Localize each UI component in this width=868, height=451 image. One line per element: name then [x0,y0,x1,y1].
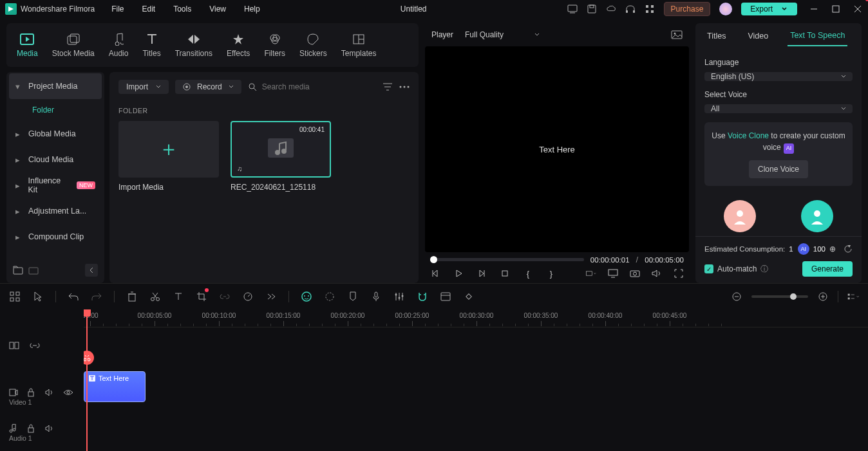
link-icon[interactable] [219,291,231,302]
apps-icon[interactable] [645,4,655,14]
voice-jenny[interactable]: Jenny [704,200,775,237]
import-media-tile[interactable]: ＋ Import Media [118,121,219,192]
sidebar-compound-clip[interactable]: ▸Compound Clip [9,224,102,250]
device-icon[interactable] [567,4,578,14]
quality-dropdown[interactable]: Full Quality [465,30,540,39]
menu-tools[interactable]: Tools [173,5,191,14]
search-icon[interactable] [248,82,257,91]
eye-icon[interactable] [63,389,72,396]
playhead[interactable] [86,309,88,451]
tab-transitions[interactable]: Transitions [175,32,212,58]
tab-filters[interactable]: Filters [264,32,285,58]
sidebar-folder[interactable]: Folder [6,99,104,121]
timeline-ruler[interactable]: 00:0000:00:05:0000:00:10:0000:00:15:0000… [84,309,868,327]
menu-file[interactable]: File [111,5,124,14]
export-button[interactable]: Export [741,3,797,15]
new-bin-icon[interactable] [28,266,37,275]
menu-edit[interactable]: Edit [142,5,156,14]
menu-view[interactable]: View [209,5,226,14]
tab-right-video[interactable]: Video [745,26,771,46]
media-clip[interactable]: 00:00:41 ♫ REC_20240621_125118 [231,121,331,192]
fullscreen-button[interactable] [674,268,684,279]
audio-track-lane[interactable] [84,405,868,441]
lock-icon[interactable] [27,388,36,397]
mute-icon[interactable] [45,389,54,396]
undo-button[interactable] [68,291,79,302]
link-tracks-icon[interactable] [30,342,39,349]
import-button[interactable]: Import [118,80,169,94]
audio-track-header[interactable]: Audio 1 [0,415,84,451]
purchase-button[interactable]: Purchase [664,2,711,16]
voice-clone-link[interactable]: Voice Clone [728,131,769,140]
prev-frame-button[interactable] [430,268,440,279]
tab-right-titles[interactable]: Titles [704,26,728,46]
view-mode-icon[interactable] [847,291,859,302]
camera-button[interactable] [630,268,640,279]
player-viewport[interactable]: Text Here [425,46,689,252]
tab-media[interactable]: Media [17,32,38,58]
text-icon[interactable] [173,291,184,302]
clone-voice-button[interactable]: Clone Voice [749,160,808,178]
snapshot-icon[interactable] [671,30,683,39]
split-button[interactable] [149,291,161,302]
record-button[interactable]: Record [175,80,241,94]
keyframe-icon[interactable] [463,291,475,302]
delete-button[interactable] [126,291,138,302]
voice-filter-dropdown[interactable]: All [704,104,853,113]
refresh-icon[interactable] [844,244,853,253]
display-button[interactable] [608,268,618,279]
sidebar-adjustment-layer[interactable]: ▸Adjustment La... [9,198,102,224]
tab-audio[interactable]: Audio [109,32,129,58]
tab-templates[interactable]: Templates [341,32,377,58]
headphones-icon[interactable] [625,4,636,14]
more-icon[interactable] [399,86,410,88]
sidebar-cloud-media[interactable]: ▸Cloud Media [9,147,102,172]
tracks-area[interactable]: 00:0000:00:05:0000:00:10:0000:00:15:0000… [84,309,868,451]
filter-icon[interactable] [382,82,393,91]
mic-icon[interactable] [370,291,382,302]
stop-button[interactable] [500,268,510,279]
tab-titles[interactable]: Titles [142,32,160,58]
speed-icon[interactable] [242,291,254,302]
mark-out-button[interactable]: } [546,268,556,279]
mixer-icon[interactable] [393,291,405,302]
volume-button[interactable] [652,268,662,279]
timeline-clip[interactable]: Text Here [84,371,146,402]
menu-help[interactable]: Help [244,5,260,14]
scrub-knob[interactable] [430,256,437,263]
collapse-sidebar-button[interactable] [85,264,98,277]
tab-effects[interactable]: Effects [227,32,250,58]
video-track-lane[interactable]: Text Here [84,369,868,405]
grid-icon[interactable] [9,291,21,302]
tab-stock-media[interactable]: Stock Media [52,32,95,58]
zoom-knob[interactable] [790,293,797,300]
match-cut-icon[interactable] [9,341,18,350]
more-tools-icon[interactable] [265,291,277,302]
ratio-button[interactable] [586,268,596,279]
color-icon[interactable] [324,291,335,302]
lock-icon[interactable] [27,424,36,433]
sidebar-project-media[interactable]: ▾Project Media [9,73,102,99]
auto-match-checkbox[interactable]: ✓Auto-matchⓘ [704,264,768,275]
close-button[interactable] [853,4,863,14]
search-input[interactable] [262,82,376,91]
language-dropdown[interactable]: English (US) [704,72,853,81]
save-icon[interactable] [587,4,597,14]
scrub-bar[interactable] [430,258,584,261]
zoom-out-button[interactable] [731,291,742,302]
zoom-in-button[interactable] [817,291,829,302]
mark-in-button[interactable]: { [523,268,533,279]
add-credits-icon[interactable]: ⊕ [829,244,836,253]
zoom-slider[interactable] [751,295,808,298]
new-folder-icon[interactable] [13,266,22,275]
marker-tool-icon[interactable] [347,291,359,302]
help-icon[interactable]: ⓘ [760,264,768,275]
tab-stickers[interactable]: Stickers [299,32,327,58]
play-button[interactable] [453,268,464,279]
crop-icon[interactable] [196,291,207,302]
next-frame-button[interactable] [476,268,487,279]
generate-button[interactable]: Generate [802,261,853,277]
sidebar-global-media[interactable]: ▸Global Media [9,121,102,147]
maximize-button[interactable] [831,4,841,14]
magnet-icon[interactable] [417,291,428,302]
